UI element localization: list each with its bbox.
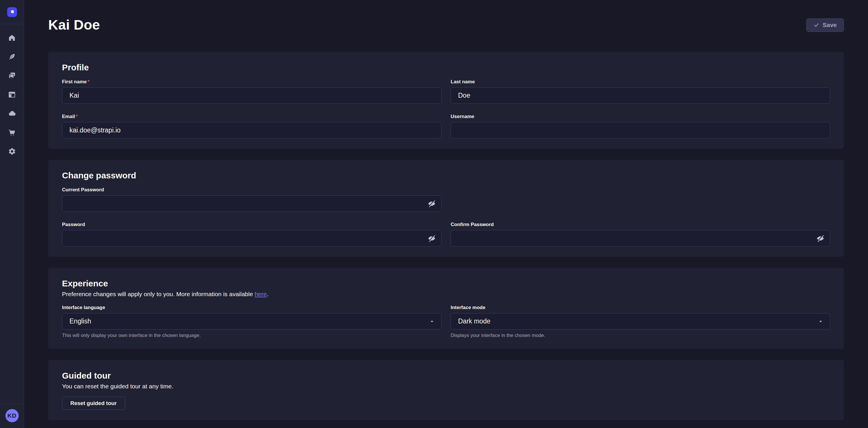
interface-language-select[interactable]: English bbox=[62, 313, 441, 330]
confirm-password-field: Confirm Password bbox=[451, 222, 830, 247]
change-password-card: Change password Current Password bbox=[48, 160, 844, 257]
experience-card: Experience Preference changes will apply… bbox=[48, 268, 844, 349]
password-label: Password bbox=[62, 222, 441, 228]
sidebar-nav bbox=[3, 24, 22, 161]
required-mark: * bbox=[88, 79, 90, 84]
feather-icon bbox=[8, 53, 16, 61]
username-field: Username bbox=[451, 113, 830, 139]
avatar-initials: KD bbox=[7, 412, 17, 419]
password-input[interactable] bbox=[62, 230, 441, 247]
save-button[interactable]: Save bbox=[806, 19, 844, 32]
home-icon bbox=[8, 34, 16, 41]
page-header: Kai Doe Save bbox=[48, 16, 844, 34]
confirm-password-label: Confirm Password bbox=[451, 222, 830, 228]
interface-language-label: Interface language bbox=[62, 305, 441, 311]
reset-guided-tour-button[interactable]: Reset guided tour bbox=[62, 397, 125, 410]
sidebar-footer: KD bbox=[0, 404, 24, 428]
gear-icon bbox=[8, 147, 16, 155]
interface-language-hint: This will only display your own interfac… bbox=[62, 332, 441, 339]
interface-language-field: Interface language English This will onl… bbox=[62, 305, 441, 339]
interface-language-value: English bbox=[69, 317, 91, 325]
toggle-confirm-password-visibility-button[interactable] bbox=[815, 233, 826, 244]
page-title: Kai Doe bbox=[48, 16, 100, 34]
password-field: Password bbox=[62, 222, 441, 247]
change-password-heading: Change password bbox=[62, 170, 830, 181]
email-input[interactable] bbox=[62, 122, 441, 139]
experience-description: Preference changes will apply only to yo… bbox=[62, 290, 830, 298]
chevron-down-icon bbox=[818, 319, 824, 324]
interface-mode-value: Dark mode bbox=[458, 317, 490, 325]
user-avatar[interactable]: KD bbox=[5, 409, 19, 422]
last-name-field: Last name bbox=[451, 79, 830, 104]
current-password-input[interactable] bbox=[62, 195, 441, 212]
sidebar-item-content-type-builder[interactable] bbox=[3, 85, 22, 104]
profile-heading: Profile bbox=[62, 62, 830, 73]
interface-mode-field: Interface mode Dark mode Displays your i… bbox=[451, 305, 830, 339]
experience-fields-grid: Interface language English This will onl… bbox=[62, 305, 830, 339]
sidebar-item-cloud[interactable] bbox=[3, 104, 22, 123]
eye-off-icon bbox=[427, 199, 436, 208]
check-icon bbox=[813, 22, 819, 28]
cloud-icon bbox=[8, 109, 16, 117]
sidebar-item-marketplace[interactable] bbox=[3, 123, 22, 142]
sidebar-item-content-manager[interactable] bbox=[3, 47, 22, 66]
interface-mode-label: Interface mode bbox=[451, 305, 830, 311]
last-name-label: Last name bbox=[451, 79, 830, 85]
sidebar-item-media-library[interactable] bbox=[3, 66, 22, 85]
confirm-password-input[interactable] bbox=[451, 230, 830, 247]
strapi-logo[interactable] bbox=[7, 7, 17, 17]
sidebar: KD bbox=[0, 0, 24, 428]
sidebar-item-settings[interactable] bbox=[3, 142, 22, 161]
current-password-label: Current Password bbox=[62, 187, 441, 193]
profile-card: Profile First name* Last name Email* bbox=[48, 52, 844, 149]
password-fields-grid: Current Password Password bbox=[62, 187, 830, 247]
guided-tour-card: Guided tour You can reset the guided tou… bbox=[48, 360, 844, 420]
toggle-password-visibility-button[interactable] bbox=[426, 233, 437, 244]
username-label: Username bbox=[451, 113, 830, 120]
experience-heading: Experience bbox=[62, 278, 830, 289]
username-input[interactable] bbox=[451, 122, 830, 139]
guided-tour-description: You can reset the guided tour at any tim… bbox=[62, 382, 830, 390]
first-name-input[interactable] bbox=[62, 87, 441, 104]
eye-off-icon bbox=[816, 234, 825, 243]
save-button-label: Save bbox=[823, 22, 837, 28]
logo-container bbox=[7, 0, 17, 24]
interface-mode-select[interactable]: Dark mode bbox=[451, 313, 830, 330]
main-content: Kai Doe Save Profile First name* Last bbox=[24, 0, 868, 428]
sidebar-item-home[interactable] bbox=[3, 28, 22, 47]
profile-fields-grid: First name* Last name Email* bbox=[62, 79, 830, 139]
required-mark: * bbox=[76, 114, 78, 119]
toggle-current-password-visibility-button[interactable] bbox=[426, 198, 437, 209]
guided-tour-heading: Guided tour bbox=[62, 370, 830, 381]
last-name-input[interactable] bbox=[451, 87, 830, 104]
first-name-field: First name* bbox=[62, 79, 441, 104]
layout-icon bbox=[8, 91, 16, 98]
email-field: Email* bbox=[62, 113, 441, 139]
images-icon bbox=[8, 72, 16, 80]
chevron-down-icon bbox=[429, 319, 435, 324]
current-password-field: Current Password bbox=[62, 187, 441, 212]
email-label: Email* bbox=[62, 113, 441, 120]
here-link[interactable]: here bbox=[255, 291, 267, 297]
interface-mode-hint: Displays your interface in the chosen mo… bbox=[451, 332, 830, 339]
cart-icon bbox=[8, 129, 16, 137]
app-root: KD Kai Doe Save Profile First name* bbox=[0, 0, 868, 428]
eye-off-icon bbox=[427, 234, 436, 243]
first-name-label: First name* bbox=[62, 79, 441, 85]
strapi-logo-icon bbox=[9, 9, 15, 15]
